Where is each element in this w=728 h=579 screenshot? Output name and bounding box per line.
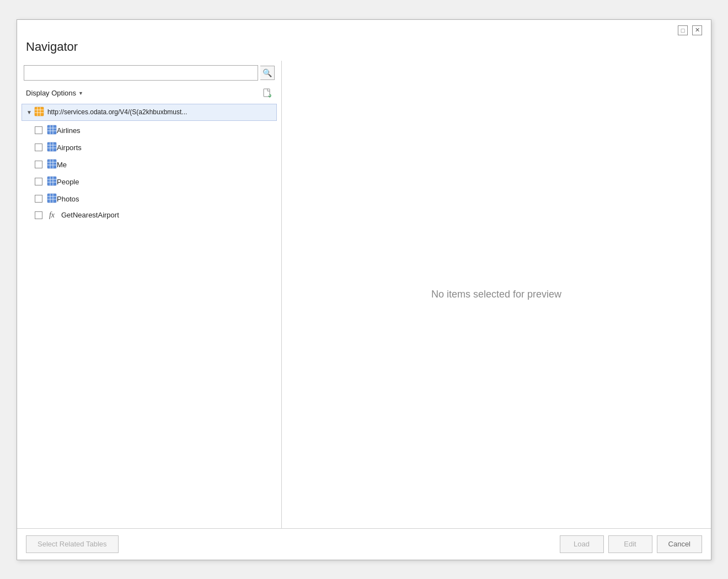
item-label-getnearestairport: GetNearestAirport [61,211,119,219]
item-label-photos: Photos [57,195,79,203]
display-options-label: Display Options [26,89,76,97]
tree-item-people[interactable]: People [17,173,281,190]
table-icon-airports [47,142,57,153]
title-bar: □ ✕ [17,20,711,35]
checkbox-airlines[interactable] [35,126,42,134]
dialog-title: Navigator [17,35,711,61]
item-label-people: People [57,178,79,186]
svg-rect-6 [47,125,56,134]
table-icon-photos [47,193,57,205]
svg-rect-26 [47,194,56,203]
svg-rect-21 [47,177,56,185]
display-options-button[interactable]: Display Options ▼ [24,88,85,98]
search-icon[interactable]: 🔍 [260,66,275,80]
file-refresh-icon[interactable] [260,86,275,100]
tree-item-airports[interactable]: Airports [17,139,281,156]
tree-item-airlines[interactable]: Airlines [17,122,281,139]
svg-rect-0 [264,89,270,97]
search-input[interactable] [24,65,258,81]
left-panel: 🔍 Display Options ▼ [17,61,282,528]
navigator-dialog: □ ✕ Navigator 🔍 Display Options ▼ [17,19,711,560]
bottom-right-buttons: Load Edit Cancel [560,535,702,553]
checkbox-photos[interactable] [35,195,42,203]
item-label-airlines: Airlines [57,126,81,135]
edit-button[interactable]: Edit [608,535,652,553]
no-preview-text: No items selected for preview [431,289,561,300]
checkbox-getnearestairport[interactable] [35,211,42,219]
tree-children: Airlines Airports Me People [17,122,281,223]
maximize-button[interactable]: □ [678,25,688,35]
cancel-button[interactable]: Cancel [657,535,702,553]
window-controls: □ ✕ [678,25,702,35]
table-icon-me [47,159,57,171]
item-label-me: Me [57,161,67,169]
table-icon-airlines [47,125,57,136]
database-icon [34,107,44,118]
tree-item-photos[interactable]: Photos [17,190,281,208]
table-icon-people [47,176,57,188]
toolbar-row: Display Options ▼ [17,85,281,104]
svg-rect-11 [47,142,56,151]
tree-item-getnearestairport[interactable]: fxGetNearestAirport [17,208,281,223]
tree-area: ▼ http://services.odata.org/V4/(S(a2khbu… [17,104,281,528]
search-row: 🔍 [17,65,281,85]
collapse-arrow-icon: ▼ [26,109,32,115]
svg-rect-1 [35,107,44,116]
checkbox-airports[interactable] [35,144,42,151]
svg-rect-16 [47,160,56,168]
func-icon-getnearestairport: fx [47,210,57,220]
checkbox-people[interactable] [35,178,42,185]
tree-root-label: http://services.odata.org/V4/(S(a2khbuxb… [47,108,187,116]
tree-item-me[interactable]: Me [17,156,281,173]
close-button[interactable]: ✕ [692,25,702,35]
bottom-left-buttons: Select Related Tables [26,535,119,553]
bottom-bar: Select Related Tables Load Edit Cancel [17,528,711,560]
load-button[interactable]: Load [560,535,604,553]
tree-root-item[interactable]: ▼ http://services.odata.org/V4/(S(a2khbu… [22,104,277,121]
select-related-tables-button[interactable]: Select Related Tables [26,535,119,553]
content-area: 🔍 Display Options ▼ [17,61,711,528]
chevron-down-icon: ▼ [78,91,83,96]
checkbox-me[interactable] [35,161,42,168]
right-panel: No items selected for preview [282,61,711,528]
item-label-airports: Airports [57,144,82,152]
